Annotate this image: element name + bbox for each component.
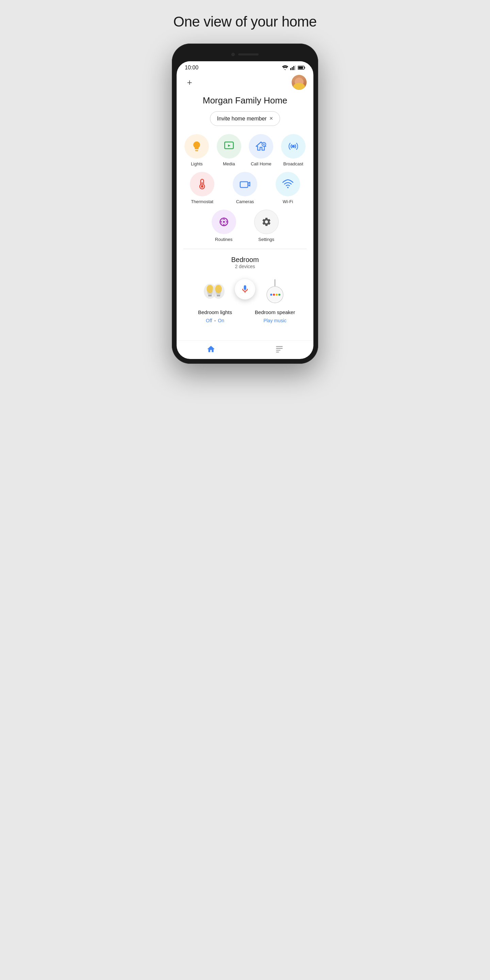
shortcut-thermostat[interactable]: Thermostat xyxy=(182,172,222,204)
lights-circle xyxy=(185,134,209,159)
bedroom-speaker-card[interactable]: Bedroom speaker Play music xyxy=(247,276,303,323)
bedroom-speaker-illustration xyxy=(259,276,290,307)
shortcuts-row3: Routines Settings xyxy=(177,210,313,242)
broadcast-label: Broadcast xyxy=(283,161,303,166)
avatar-body xyxy=(293,83,305,90)
battery-icon xyxy=(298,66,305,70)
call-home-circle xyxy=(249,134,273,159)
room-name: Bedroom xyxy=(183,256,307,264)
bedroom-speaker-icon xyxy=(259,276,290,307)
speaker-slit xyxy=(238,53,259,56)
shortcut-routines[interactable]: Routines xyxy=(204,210,243,242)
bedroom-lights-card[interactable]: Bedroom lights Off ● On xyxy=(187,276,243,323)
status-icons xyxy=(282,65,305,70)
nav-home[interactable] xyxy=(207,345,215,353)
svg-point-11 xyxy=(292,145,295,148)
bedroom-lights-illustration xyxy=(200,276,231,307)
svg-rect-25 xyxy=(208,295,212,296)
status-time: 10:00 xyxy=(185,65,198,71)
devices-wrapper: Bedroom lights Off ● On xyxy=(183,276,307,323)
status-off-label[interactable]: Off xyxy=(206,318,212,323)
close-icon[interactable]: × xyxy=(269,115,273,122)
cameras-circle xyxy=(233,172,257,196)
routines-circle xyxy=(212,210,236,234)
add-button[interactable]: + xyxy=(183,76,196,89)
svg-rect-1 xyxy=(292,67,293,70)
bottom-navigation xyxy=(177,340,313,359)
status-bar: 10:00 xyxy=(177,61,313,72)
mic-fab-button[interactable] xyxy=(235,279,255,299)
svg-rect-28 xyxy=(217,295,220,296)
svg-rect-37 xyxy=(276,346,283,347)
status-on-label[interactable]: On xyxy=(218,318,224,323)
signal-icon xyxy=(290,65,296,70)
room-section: Bedroom 2 devices xyxy=(177,256,313,323)
play-music-button[interactable]: Play music xyxy=(263,318,286,323)
wifi-label: Wi-Fi xyxy=(283,199,293,204)
broadcast-circle xyxy=(281,134,305,159)
svg-marker-8 xyxy=(228,144,231,147)
status-separator: ● xyxy=(214,319,216,322)
bedroom-lights-status: Off ● On xyxy=(206,318,224,323)
svg-rect-3 xyxy=(295,65,296,70)
call-home-icon xyxy=(255,140,267,152)
shortcut-lights[interactable]: Lights xyxy=(182,134,212,166)
media-label: Media xyxy=(223,161,235,166)
svg-rect-14 xyxy=(240,182,248,188)
wifi-circle xyxy=(275,172,300,196)
wifi-status-icon xyxy=(282,65,288,70)
nav-list[interactable] xyxy=(275,345,284,353)
broadcast-icon xyxy=(288,140,299,152)
section-divider xyxy=(183,249,307,249)
shortcut-cameras[interactable]: Cameras xyxy=(225,172,265,204)
shortcuts-row2: Thermostat Cameras xyxy=(177,172,313,204)
svg-rect-40 xyxy=(276,352,279,353)
routines-icon xyxy=(218,216,230,228)
avatar-image xyxy=(292,75,307,90)
svg-rect-5 xyxy=(298,67,303,69)
phone-notch-area xyxy=(177,48,313,60)
svg-point-35 xyxy=(275,294,278,296)
camera-dot xyxy=(231,53,235,56)
avatar[interactable] xyxy=(292,75,307,90)
media-play-icon xyxy=(223,140,235,152)
svg-rect-6 xyxy=(305,67,305,69)
shortcut-media[interactable]: Media xyxy=(215,134,244,166)
thermostat-label: Thermostat xyxy=(191,199,213,204)
room-device-count: 2 devices xyxy=(183,264,307,269)
svg-rect-2 xyxy=(293,66,294,70)
svg-point-18 xyxy=(223,221,225,223)
settings-circle xyxy=(254,210,279,234)
cameras-label: Cameras xyxy=(236,199,254,204)
cameras-icon xyxy=(239,178,251,190)
lights-label: Lights xyxy=(191,161,203,166)
invite-label: Invite home member xyxy=(217,116,267,122)
microphone-icon xyxy=(240,285,250,294)
phone-device: 10:00 xyxy=(172,43,318,364)
routines-label: Routines xyxy=(215,237,232,242)
thermostat-circle xyxy=(190,172,215,196)
shortcut-wifi[interactable]: Wi-Fi xyxy=(268,172,308,204)
settings-gear-icon xyxy=(261,217,272,227)
bedroom-lights-icon xyxy=(200,276,231,307)
svg-point-10 xyxy=(263,144,264,145)
shortcut-settings[interactable]: Settings xyxy=(247,210,286,242)
mic-fab-inner xyxy=(235,280,255,299)
svg-point-36 xyxy=(278,294,280,296)
svg-rect-0 xyxy=(290,68,291,70)
svg-point-9 xyxy=(262,143,266,146)
thermostat-icon xyxy=(196,178,208,190)
shortcuts-row1: Lights Media xyxy=(177,134,313,166)
svg-point-26 xyxy=(207,285,213,293)
shortcut-call-home[interactable]: Call Home xyxy=(247,134,276,166)
settings-label: Settings xyxy=(258,237,274,242)
svg-point-29 xyxy=(215,285,222,293)
list-nav-icon xyxy=(275,345,284,353)
page-title: One view of your home xyxy=(173,14,317,30)
svg-rect-39 xyxy=(276,350,280,350)
wifi-icon xyxy=(282,178,294,190)
svg-point-33 xyxy=(270,294,272,296)
shortcut-broadcast[interactable]: Broadcast xyxy=(279,134,308,166)
invite-home-member-button[interactable]: Invite home member × xyxy=(210,111,280,126)
media-circle xyxy=(217,134,241,159)
